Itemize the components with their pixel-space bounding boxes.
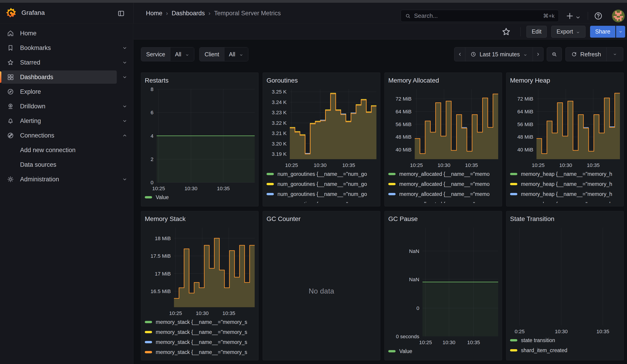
chart-area[interactable]: NaNNaN00 seconds10:2510:3010:35 [388, 225, 498, 347]
zoom-out-button[interactable] [547, 47, 562, 61]
legend-item[interactable]: memory_heap {__name__="memory_h [510, 180, 620, 188]
chart-canvas[interactable]: 3.25 K3.24 K3.23 K3.22 K3.21 K3.20 K3.19… [266, 87, 377, 169]
panel-title[interactable]: Restarts [145, 76, 255, 85]
sidebar-item-bookmarks[interactable]: Bookmarks [0, 41, 133, 55]
legend-item[interactable]: num_goroutines {__name__="num_go [266, 180, 376, 188]
search-icon [405, 13, 411, 19]
breadcrumb-current-page: Temporal Server Metrics [214, 10, 281, 17]
refresh-button[interactable]: Refresh [566, 48, 607, 61]
chart-area[interactable]: 18 MiB17.5 MiB17 MiB16.5 MiB10:2510:3010… [145, 225, 255, 318]
legend-item[interactable]: Value [145, 193, 255, 201]
legend-series-swatch [510, 193, 517, 195]
sidebar-item-add-new-connection[interactable]: Add new connection [0, 143, 133, 157]
breadcrumb-dashboards[interactable]: Dashboards [172, 10, 205, 17]
svg-text:10:25: 10:25 [410, 162, 423, 168]
client-variable-value[interactable]: All [224, 48, 248, 61]
chart-canvas[interactable]: 72 MiB64 MiB56 MiB48 MiB40 MiB10:2510:30… [388, 87, 499, 169]
legend-item[interactable]: num_goroutines {__name__="num_go [266, 190, 376, 198]
panel-title[interactable]: GC Counter [266, 214, 376, 223]
dashboard-content: Service All Client All Last 1 [134, 40, 627, 364]
chart-area[interactable]: 0:2510:3010:35 [510, 225, 620, 336]
favorite-star-icon[interactable] [501, 27, 511, 37]
chart-area[interactable]: 72 MiB64 MiB56 MiB48 MiB40 MiB10:2510:30… [510, 87, 620, 170]
sidebar-item-drilldown[interactable]: Drilldown [0, 99, 133, 113]
legend-item[interactable]: memory_stack {__name__="memory_s [145, 348, 255, 356]
chart-canvas[interactable]: 8642010:2510:3010:35 [145, 87, 255, 193]
svg-text:56 MiB: 56 MiB [517, 122, 533, 127]
chevron-up-icon[interactable] [122, 133, 128, 138]
chevron-down-icon[interactable] [122, 74, 128, 80]
svg-text:0: 0 [416, 305, 419, 311]
chevron-down-icon[interactable] [122, 176, 128, 182]
legend-item[interactable]: memory_allocated {__name__="memo [388, 190, 498, 198]
legend-item[interactable]: state transition [510, 336, 620, 344]
add-new-icon[interactable] [565, 11, 574, 20]
share-menu-button[interactable] [616, 26, 625, 38]
chevron-down-icon[interactable] [122, 45, 128, 51]
legend-item[interactable]: Value [388, 347, 498, 355]
sidebar-item-data-sources[interactable]: Data sources [0, 157, 133, 172]
chart-canvas[interactable]: 72 MiB64 MiB56 MiB48 MiB40 MiB10:2510:30… [510, 87, 620, 169]
chart-canvas[interactable]: 0:2510:3010:35 [510, 225, 620, 335]
panel-legend: state transitionshard_item_created [510, 336, 620, 357]
sidebar-item-explore[interactable]: Explore [0, 85, 133, 99]
chevron-down-icon[interactable] [122, 118, 128, 124]
legend-series-label: memory_allocated {__name__="memo [399, 181, 489, 187]
sidebar-item-starred[interactable]: Starred [0, 55, 133, 70]
panel-title[interactable]: GC Pause [388, 214, 498, 223]
panel-title[interactable]: State Transition [510, 214, 620, 223]
time-range-picker[interactable]: Last 15 minutes [465, 48, 533, 61]
legend-item[interactable]: memory_heap {__name__="memory_h [510, 190, 620, 198]
legend-item[interactable]: memory_stack {__name__="memory_s [145, 338, 255, 346]
sidebar-item-administration[interactable]: Administration [0, 172, 133, 186]
chart-area[interactable]: 72 MiB64 MiB56 MiB48 MiB40 MiB10:2510:30… [388, 87, 498, 170]
sidebar-item-dashboards[interactable]: Dashboards [0, 70, 133, 84]
chevron-right-icon [536, 52, 541, 57]
legend-item[interactable]: memory_allocated {__name__="memo [388, 180, 498, 188]
help-icon[interactable] [594, 11, 603, 20]
search-input[interactable] [414, 12, 540, 19]
service-variable-value[interactable]: All [170, 48, 194, 61]
edit-button[interactable]: Edit [526, 26, 547, 38]
chart-area[interactable]: 3.25 K3.24 K3.23 K3.22 K3.21 K3.20 K3.19… [266, 87, 376, 170]
search-bar[interactable]: ⌘+k [401, 10, 559, 22]
legend-item[interactable]: memory_allocated {__name__="memo [388, 200, 498, 203]
time-controls: Last 15 minutes Refresh [454, 47, 623, 61]
share-button[interactable]: Share [590, 26, 615, 38]
panel-memory-heap: Memory Heap72 MiB64 MiB56 MiB48 MiB40 Mi… [506, 73, 624, 207]
sidebar-item-connections[interactable]: Connections [0, 128, 133, 143]
chart-canvas[interactable]: 18 MiB17.5 MiB17 MiB16.5 MiB10:2510:3010… [145, 225, 255, 317]
chevron-down-icon[interactable] [122, 59, 128, 65]
sidebar-item-alerting[interactable]: Alerting [0, 114, 133, 128]
legend-item[interactable]: num_goroutines {__name__="num_go [266, 170, 376, 178]
service-variable-label: Service [141, 48, 170, 61]
svg-text:72 MiB: 72 MiB [396, 96, 412, 102]
legend-item[interactable]: memory_allocated {__name__="memo [388, 170, 498, 178]
legend-item[interactable]: memory_stack {__name__="memory_s [145, 328, 255, 336]
svg-text:10:35: 10:35 [217, 186, 230, 191]
sidebar-toggle-icon[interactable] [117, 9, 125, 17]
panel-title[interactable]: Goroutines [266, 76, 376, 85]
legend-item[interactable]: memory_heap {__name__="memory_h [510, 200, 620, 203]
time-shift-back-button[interactable] [454, 48, 465, 61]
legend-item[interactable]: num_goroutines {__name__="num_go [266, 200, 376, 203]
panel-state-transition: State Transition0:2510:3010:35state tran… [506, 211, 624, 360]
refresh-interval-button[interactable] [607, 48, 623, 61]
legend-item[interactable]: memory_stack {__name__="memory_s [145, 318, 255, 326]
add-new-chevron-icon[interactable] [575, 13, 581, 22]
time-shift-forward-button[interactable] [533, 48, 543, 61]
breadcrumb-home[interactable]: Home [146, 10, 162, 17]
export-button[interactable]: Export [551, 26, 585, 38]
chevron-down-icon[interactable] [122, 103, 128, 109]
panel-title[interactable]: Memory Heap [510, 76, 620, 85]
chart-area[interactable]: 8642010:2510:3010:35 [145, 87, 255, 193]
legend-item[interactable]: memory_heap {__name__="memory_h [510, 170, 620, 178]
legend-series-label: shard_item_created [521, 347, 567, 354]
panel-title[interactable]: Memory Allocated [388, 76, 498, 85]
panel-title[interactable]: Memory Stack [145, 214, 255, 223]
sidebar-item-home[interactable]: Home [0, 26, 133, 40]
legend-item[interactable]: shard_item_created [510, 346, 620, 354]
bookmark-icon [7, 44, 14, 52]
chart-canvas[interactable]: NaNNaN00 seconds10:2510:3010:35 [388, 225, 499, 346]
user-avatar[interactable] [612, 9, 625, 22]
